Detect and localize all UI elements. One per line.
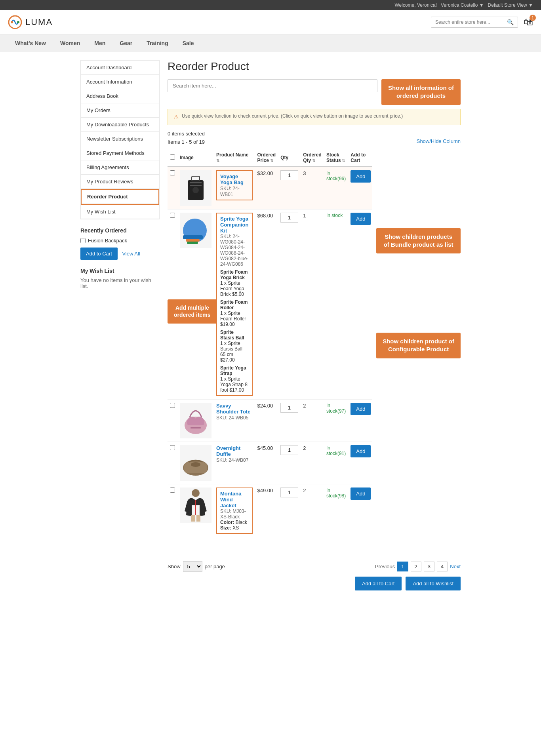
row-5-ordered-qty: 2 bbox=[301, 484, 324, 537]
page-2[interactable]: 2 bbox=[411, 562, 421, 571]
product-2-link[interactable]: Sprite Yoga Companion Kit bbox=[220, 216, 249, 234]
col-ordered-qty[interactable]: Ordered Qty bbox=[301, 149, 324, 167]
row-4-add-button[interactable]: Add bbox=[351, 445, 371, 457]
table-row: Montana Wind Jacket SKU: MJ03-XS-Black C… bbox=[168, 484, 372, 537]
nav-item-men[interactable]: Men bbox=[87, 34, 112, 52]
svg-rect-9 bbox=[183, 235, 203, 239]
main-content: Reorder Product Show all information ofo… bbox=[168, 60, 461, 590]
row-1-add-button[interactable]: Add bbox=[351, 170, 371, 183]
row-2-add-button[interactable]: Add bbox=[351, 213, 371, 225]
recently-ordered-checkbox[interactable] bbox=[80, 238, 86, 243]
product-image-2 bbox=[180, 213, 211, 248]
row-5-product-info: Montana Wind Jacket SKU: MJ03-XS-Black C… bbox=[214, 484, 255, 537]
sidebar-item-payment-methods[interactable]: Stored Payment Methods bbox=[81, 146, 159, 160]
svg-rect-11 bbox=[187, 242, 198, 244]
row-1-add-cell: Add bbox=[348, 167, 372, 209]
sidebar-item-billing[interactable]: Billing Agreements bbox=[81, 160, 159, 175]
row-5-checkbox[interactable] bbox=[170, 487, 175, 493]
sidebar-item-reorder[interactable]: Reorder Product bbox=[81, 189, 159, 205]
show-per-page: Show 5 10 15 20 per page bbox=[168, 561, 225, 572]
sidebar-item-account-information[interactable]: Account Information bbox=[81, 75, 159, 89]
next-page-link[interactable]: Next bbox=[450, 564, 461, 569]
sidebar-item-downloadable[interactable]: My Downloadable Products bbox=[81, 118, 159, 132]
yoga-kit-svg bbox=[181, 215, 211, 246]
main-nav: What's New Women Men Gear Training Sale bbox=[0, 34, 541, 52]
product-1-link[interactable]: Voyage Yoga Bag bbox=[220, 173, 244, 185]
row-2-product-info: Sprite Yoga Companion Kit SKU: 24-WG080-… bbox=[214, 209, 255, 399]
svg-rect-10 bbox=[186, 239, 200, 242]
warning-icon: ⚠ bbox=[173, 114, 179, 121]
svg-point-1 bbox=[11, 21, 13, 23]
row-4-checkbox[interactable] bbox=[170, 445, 175, 450]
row-3-add-button[interactable]: Add bbox=[351, 403, 371, 415]
select-all-checkbox[interactable] bbox=[170, 154, 175, 160]
page-1[interactable]: 1 bbox=[397, 562, 408, 571]
page-title: Reorder Product bbox=[168, 60, 461, 73]
row-5-image bbox=[177, 484, 214, 537]
row-5-qty-input[interactable] bbox=[280, 487, 298, 497]
wish-list-title: My Wish List bbox=[80, 268, 160, 274]
logo[interactable]: LUMA bbox=[8, 15, 53, 29]
nav-item-training[interactable]: Training bbox=[139, 34, 175, 52]
row-1-qty-input[interactable] bbox=[280, 170, 298, 180]
nav-item-whats-new[interactable]: What's New bbox=[8, 34, 53, 52]
prev-label: Previous bbox=[375, 564, 395, 569]
recently-ordered-view-all[interactable]: View All bbox=[122, 251, 140, 257]
row-2-price: $68.00 bbox=[255, 209, 278, 399]
show-hide-column-link[interactable]: Show/Hide Column bbox=[417, 138, 461, 144]
row-4-product-info: Overnight Duffle SKU: 24-WB07 bbox=[214, 442, 255, 484]
cart-icon[interactable]: 🛍 1 bbox=[524, 17, 533, 28]
row-2-checkbox[interactable] bbox=[170, 213, 175, 218]
recently-ordered-add-btn[interactable]: Add to Cart bbox=[80, 248, 118, 260]
svg-rect-19 bbox=[191, 515, 195, 522]
search-box[interactable]: 🔍 bbox=[431, 17, 518, 28]
search-input[interactable] bbox=[435, 19, 507, 25]
page-container: Account Dashboard Account Information Ad… bbox=[76, 52, 465, 598]
product-image-4 bbox=[180, 445, 211, 481]
row-4-ordered-qty: 2 bbox=[301, 442, 324, 484]
page-3[interactable]: 3 bbox=[424, 562, 434, 571]
sidebar-item-account-dashboard[interactable]: Account Dashboard bbox=[81, 61, 159, 75]
add-all-to-wishlist-btn[interactable]: Add all to Wishlist bbox=[406, 577, 461, 590]
callout-configurable: Show children product ofConfigurable Pro… bbox=[376, 333, 461, 358]
configurable-info-box: Montana Wind Jacket SKU: MJ03-XS-Black C… bbox=[216, 487, 253, 534]
sidebar-item-address-book[interactable]: Address Book bbox=[81, 89, 159, 103]
show-hide-column: Show/Hide Column bbox=[417, 138, 461, 144]
header-right: 🔍 🛍 1 bbox=[431, 17, 533, 28]
bundle-child-4-detail: 1 x Sprite Yoga Strap 8 foot $17.00 bbox=[220, 376, 249, 393]
user-menu[interactable]: Veronica Costello ▼ bbox=[441, 2, 484, 8]
row-3-price: $24.00 bbox=[255, 399, 278, 442]
sidebar-item-newsletter[interactable]: Newsletter Subscriptions bbox=[81, 132, 159, 146]
row-4-qty-input[interactable] bbox=[280, 445, 298, 455]
store-switcher[interactable]: Default Store View ▼ bbox=[488, 2, 533, 8]
sidebar-item-reviews[interactable]: My Product Reviews bbox=[81, 175, 159, 189]
page-4[interactable]: 4 bbox=[437, 562, 448, 571]
row-3-checkbox[interactable] bbox=[170, 403, 175, 408]
nav-item-sale[interactable]: Sale bbox=[175, 34, 201, 52]
product-search-input[interactable] bbox=[168, 79, 377, 92]
row-2-qty-input[interactable] bbox=[280, 213, 298, 223]
row-3-image bbox=[177, 399, 214, 442]
per-page-select[interactable]: 5 10 15 20 bbox=[183, 561, 202, 572]
row-5-price: $49.00 bbox=[255, 484, 278, 537]
product-image-3 bbox=[180, 403, 211, 438]
sidebar-item-my-orders[interactable]: My Orders bbox=[81, 103, 159, 118]
row-3-stock: In stock(97) bbox=[324, 399, 348, 442]
col-stock-status[interactable]: Stock Status bbox=[324, 149, 348, 167]
sidebar-item-wishlist[interactable]: My Wish List bbox=[81, 205, 159, 219]
notice-box: ⚠ Use quick view function to check curre… bbox=[168, 109, 461, 125]
bundle-child-1-title: Sprite Foam Yoga Brick bbox=[220, 269, 249, 280]
row-3-qty-input[interactable] bbox=[280, 403, 298, 413]
add-all-to-cart-btn[interactable]: Add all to Cart bbox=[355, 577, 402, 590]
product-5-link[interactable]: Montana Wind Jacket bbox=[220, 491, 241, 508]
product-3-link[interactable]: Savvy Shoulder Tote bbox=[216, 403, 250, 415]
col-product-name[interactable]: Product Name bbox=[214, 149, 255, 167]
nav-item-women[interactable]: Women bbox=[53, 34, 87, 52]
row-1-checkbox[interactable] bbox=[170, 170, 175, 175]
row-5-add-button[interactable]: Add bbox=[351, 487, 371, 500]
search-button[interactable]: 🔍 bbox=[507, 19, 514, 25]
row-1-qty-cell bbox=[278, 167, 301, 209]
nav-item-gear[interactable]: Gear bbox=[112, 34, 139, 52]
product-4-link[interactable]: Overnight Duffle bbox=[216, 445, 240, 457]
col-ordered-price[interactable]: Ordered Price bbox=[255, 149, 278, 167]
